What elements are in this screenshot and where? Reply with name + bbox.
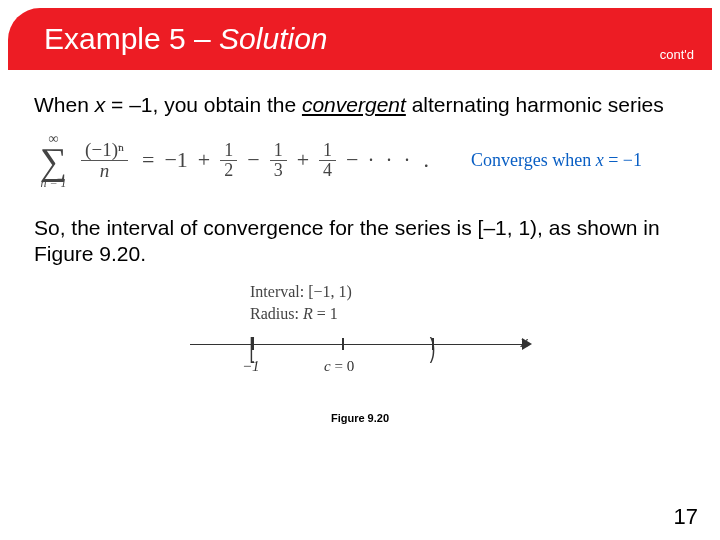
minus: − (346, 147, 358, 173)
term-neg1: −1 (164, 147, 187, 173)
var-x: x (95, 93, 106, 116)
tick-label-left: −1 (242, 358, 260, 375)
plus: + (297, 147, 309, 173)
center-eq: = 0 (331, 358, 354, 374)
conclusion-paragraph: So, the interval of convergence for the … (34, 215, 686, 268)
num: 1 (220, 141, 237, 161)
den: 3 (270, 161, 287, 180)
intro-paragraph: When x = –1, you obtain the convergent a… (34, 92, 686, 118)
slide-title: Example 5 – Solution (44, 22, 328, 56)
figure-9-20: Interval: [−1, 1) Radius: R = 1 [ ) −1 c… (190, 281, 530, 424)
expansion: = −1 + 1 2 − 1 3 + 1 4 − · · · . (142, 141, 429, 180)
sigma-lower: n = 1 (40, 177, 66, 189)
axis-x-label: x (520, 332, 528, 352)
tick-center (342, 338, 344, 350)
tick-label-center: c = 0 (324, 358, 354, 375)
note-eq: = −1 (604, 150, 642, 170)
plus: + (198, 147, 210, 173)
sigma-glyph: ∑ (40, 146, 67, 176)
continued-label: cont'd (660, 47, 694, 62)
term-half: 1 2 (220, 141, 237, 180)
general-term-fraction: (−1)ⁿ n (81, 140, 128, 181)
interval-label: Interval: [−1, 1) (250, 281, 530, 303)
convergent-word: convergent (302, 93, 406, 116)
note-text: Converges when (471, 150, 596, 170)
radius-prefix: Radius: (250, 305, 303, 322)
center-var: c (324, 358, 331, 374)
radius-suffix: = 1 (313, 305, 338, 322)
title-italic: Solution (219, 22, 327, 55)
note-var: x (596, 150, 604, 170)
number-line: [ ) −1 c = 0 x (190, 330, 530, 390)
text: When (34, 93, 95, 116)
minus: − (247, 147, 259, 173)
fraction-denominator: n (96, 161, 114, 181)
num: 1 (319, 141, 336, 161)
term-third: 1 3 (270, 141, 287, 180)
slide-content: When x = –1, you obtain the convergent a… (0, 70, 720, 424)
equals: = (142, 147, 154, 173)
axis-line (190, 344, 530, 345)
page-number: 17 (674, 504, 698, 530)
text: = –1, you obtain the (105, 93, 302, 116)
figure-caption: Figure 9.20 (190, 412, 530, 424)
den: 2 (220, 161, 237, 180)
num: 1 (270, 141, 287, 161)
text: alternating harmonic series (406, 93, 664, 116)
radius-label: Radius: R = 1 (250, 303, 530, 325)
slide-header: Example 5 – Solution cont'd (8, 8, 712, 70)
ellipsis: · · · (368, 149, 413, 172)
figure-labels: Interval: [−1, 1) Radius: R = 1 (250, 281, 530, 324)
term-quarter: 1 4 (319, 141, 336, 180)
convergence-note: Converges when x = −1 (471, 150, 642, 171)
title-prefix: Example 5 – (44, 22, 219, 55)
series-equation: ∞ ∑ n = 1 (−1)ⁿ n = −1 + 1 2 − 1 3 + 1 4 (40, 132, 686, 188)
fraction-numerator: (−1)ⁿ (81, 140, 128, 161)
sigma-symbol: ∞ ∑ n = 1 (40, 132, 67, 188)
paren-right-icon: ) (430, 332, 436, 364)
radius-var: R (303, 305, 313, 322)
den: 4 (319, 161, 336, 180)
period: . (423, 147, 429, 173)
